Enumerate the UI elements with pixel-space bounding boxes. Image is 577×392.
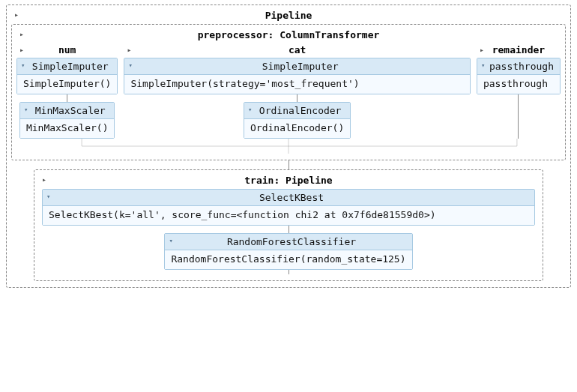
chevron-down-icon[interactable]: ▾ [24, 106, 28, 113]
num-title-row: ▸ num [16, 43, 118, 58]
num-minmaxscaler-box: ▾ MinMaxScaler MinMaxScaler() [19, 102, 115, 139]
train-title-row: ▸ train: Pipeline [39, 173, 538, 189]
chevron-down-icon[interactable]: ▾ [46, 193, 50, 200]
connector-line [288, 160, 289, 169]
connector-line [67, 94, 67, 102]
preprocessor-title-row: ▸ preprocessor: ColumnTransformer [16, 28, 561, 43]
connector-line [297, 94, 297, 102]
num-simpleimputer-box: ▾ SimpleImputer SimpleImputer() [16, 58, 118, 94]
num-minmaxscaler-header[interactable]: ▾ MinMaxScaler [20, 103, 115, 119]
between-stages-connector [11, 160, 566, 169]
connector-line [288, 226, 289, 233]
preprocessor-toggle-icon[interactable]: ▸ [19, 30, 24, 38]
chevron-down-icon[interactable]: ▾ [169, 237, 172, 244]
train-randomforest-name: RandomForestClassifier [227, 236, 356, 247]
pipeline-toggle-icon[interactable]: ▸ [14, 10, 19, 19]
num-simpleimputer-repr: SimpleImputer() [17, 75, 117, 94]
train-title: train: Pipeline [244, 175, 332, 186]
cat-ordinalencoder-name: OrdinalEncoder [259, 105, 342, 116]
cat-toggle-icon[interactable]: ▸ [127, 46, 131, 54]
train-randomforest-header[interactable]: ▾ RandomForestClassifier [165, 234, 411, 250]
train-selectkbest-box: ▾ SelectKBest SelectKBest(k='all', score… [42, 189, 535, 226]
train-selectkbest-repr: SelectKBest(k='all', score_func=<functio… [43, 206, 534, 225]
remainder-passthrough-name: passthrough [489, 61, 554, 72]
chevron-down-icon[interactable]: ▾ [21, 61, 25, 69]
remainder-column: ▸ remainder ▾ passthrough passthrough [477, 43, 561, 139]
pipeline-frame: ▸ Pipeline ▸ preprocessor: ColumnTransfo… [6, 4, 571, 288]
num-title: num [58, 44, 76, 55]
num-minmaxscaler-name: MinMaxScaler [35, 105, 106, 116]
num-minmaxscaler-repr: MinMaxScaler() [20, 119, 115, 138]
pipeline-title-row: ▸ Pipeline [11, 8, 566, 24]
preprocessor-frame: ▸ preprocessor: ColumnTransformer ▸ num … [11, 24, 566, 160]
num-toggle-icon[interactable]: ▸ [19, 46, 24, 54]
cat-ordinalencoder-repr: OrdinalEncoder() [244, 119, 350, 138]
remainder-passthrough-header[interactable]: ▾ passthrough [477, 58, 560, 75]
cat-ordinalencoder-box: ▾ OrdinalEncoder OrdinalEncoder() [244, 102, 351, 139]
remainder-title-row: ▸ remainder [477, 43, 561, 58]
cat-title: cat [288, 44, 306, 55]
cat-ordinalencoder-header[interactable]: ▾ OrdinalEncoder [244, 103, 350, 119]
cat-simpleimputer-name: SimpleImputer [262, 61, 339, 72]
chevron-down-icon[interactable]: ▾ [248, 106, 252, 113]
preprocessor-title: preprocessor: ColumnTransformer [198, 29, 380, 40]
cat-simpleimputer-box: ▾ SimpleImputer SimpleImputer(strategy='… [124, 58, 471, 94]
num-simpleimputer-name: SimpleImputer [32, 61, 109, 72]
train-selectkbest-header[interactable]: ▾ SelectKBest [43, 190, 534, 206]
remainder-passthrough-box: ▾ passthrough passthrough [477, 58, 561, 94]
pipeline-title: Pipeline [265, 10, 312, 21]
chevron-down-icon[interactable]: ▾ [481, 61, 485, 69]
remainder-toggle-icon[interactable]: ▸ [480, 46, 484, 54]
num-simpleimputer-header[interactable]: ▾ SimpleImputer [17, 58, 117, 75]
train-randomforest-box: ▾ RandomForestClassifier RandomForestCla… [164, 233, 412, 270]
cat-title-row: ▸ cat [124, 43, 471, 58]
remainder-passthrough-repr: passthrough [477, 75, 560, 94]
cat-simpleimputer-header[interactable]: ▾ SimpleImputer [124, 58, 470, 75]
chevron-down-icon[interactable]: ▾ [128, 61, 132, 69]
train-frame: ▸ train: Pipeline ▾ SelectKBest SelectKB… [34, 169, 543, 281]
connector-line [288, 270, 289, 274]
num-column: ▸ num ▾ SimpleImputer SimpleImputer() ▾ [16, 43, 118, 139]
train-selectkbest-name: SelectKBest [259, 192, 324, 203]
train-toggle-icon[interactable]: ▸ [42, 175, 46, 184]
connector-line [518, 94, 519, 139]
cat-column: ▸ cat ▾ SimpleImputer SimpleImputer(stra… [124, 43, 471, 139]
train-randomforest-repr: RandomForestClassifier(random_state=125) [165, 250, 411, 269]
join-connector [16, 139, 561, 154]
remainder-title: remainder [492, 44, 545, 55]
column-transformer-row: ▸ num ▾ SimpleImputer SimpleImputer() ▾ [16, 43, 561, 139]
cat-simpleimputer-repr: SimpleImputer(strategy='most_frequent') [124, 75, 470, 94]
